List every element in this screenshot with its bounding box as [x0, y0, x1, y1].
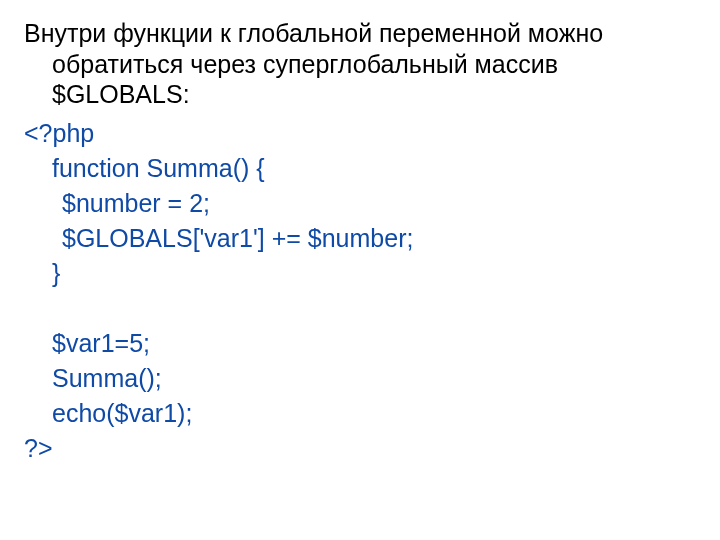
intro-line-2: обратиться через суперглобальный массив [24, 49, 684, 80]
slide: Внутри функции к глобальной переменной м… [0, 0, 720, 540]
code-line-1: function Summa() { [24, 151, 684, 186]
code-line-3: $GLOBALS['var1'] += $number; [24, 221, 684, 256]
code-line-6: Summa(); [24, 361, 684, 396]
code-blank [24, 291, 684, 326]
code-line-4: } [24, 256, 684, 291]
code-block: <?php function Summa() { $number = 2; $G… [24, 116, 684, 466]
intro-paragraph: Внутри функции к глобальной переменной м… [24, 18, 684, 110]
intro-line-3: $GLOBALS: [24, 79, 684, 110]
code-close-tag: ?> [24, 431, 684, 466]
intro-line-1: Внутри функции к глобальной переменной м… [24, 19, 603, 47]
code-line-5: $var1=5; [24, 326, 684, 361]
code-line-2: $number = 2; [24, 186, 684, 221]
code-line-7: echo($var1); [24, 396, 684, 431]
code-open-tag: <?php [24, 116, 684, 151]
